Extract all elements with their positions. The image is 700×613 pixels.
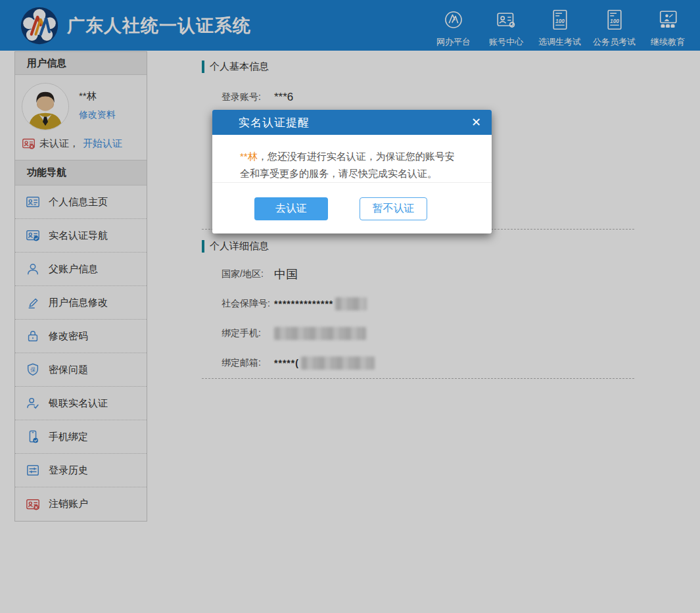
close-icon[interactable]: ✕ (471, 116, 481, 128)
dialog-footer: 去认证 暂不认证 (212, 183, 492, 233)
not-now-button[interactable]: 暂不认证 (360, 197, 427, 220)
go-verify-button[interactable]: 去认证 (254, 197, 328, 220)
dialog-username-highlight: **林 (240, 151, 258, 162)
dialog-header: 实名认证提醒 ✕ (212, 110, 492, 135)
dialog-message: **林，您还没有进行实名认证，为保证您的账号安全和享受更多的服务，请尽快完成实名… (212, 135, 492, 183)
dialog-message-text: ，您还没有进行实名认证，为保证您的账号安全和享受更多的服务，请尽快完成实名认证。 (240, 151, 455, 179)
modal-backdrop (0, 0, 700, 613)
realname-reminder-dialog: 实名认证提醒 ✕ **林，您还没有进行实名认证，为保证您的账号安全和享受更多的服… (212, 110, 492, 233)
dialog-title: 实名认证提醒 (239, 115, 310, 130)
